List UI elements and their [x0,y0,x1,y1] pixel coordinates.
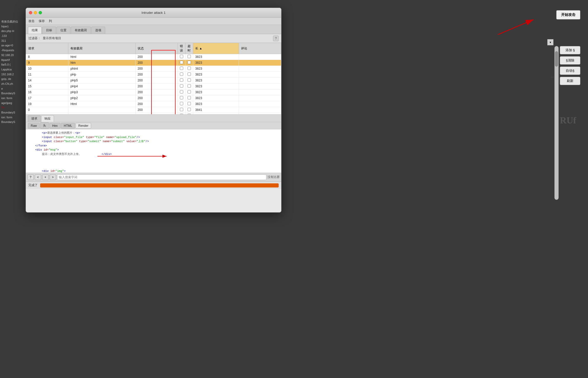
cell-payload: pHp4 [68,83,135,89]
table-row[interactable]: 16 pHp3 200 3823 [26,89,281,95]
cell-status: 200 [135,89,178,95]
cell-comment [239,113,281,115]
refresh-button[interactable]: 刷新 [560,77,580,85]
close-button[interactable] [29,11,32,14]
cell-id: 19 [26,101,68,107]
cell-timeout[interactable] [186,72,193,78]
subtab-request[interactable]: 请求 [28,115,41,122]
col-length[interactable]: 长 ▲ [193,43,239,54]
resp-tab-html[interactable]: HTML [61,123,75,129]
col-payload[interactable]: 有效载荷 [68,43,135,54]
tab-target[interactable]: 目标 [42,27,56,34]
tab-options[interactable]: 选项 [91,27,105,34]
cell-timeout[interactable] [186,113,193,115]
table-row[interactable]: 8 html 200 3823 [26,54,281,60]
table-row[interactable]: 11 pHp 200 3823 [26,72,281,78]
table-row[interactable]: 0 200 3841 [26,107,281,113]
cell-timeout[interactable] [186,66,193,72]
col-status[interactable]: 状态 [135,43,178,54]
cell-error[interactable] [178,60,186,66]
cell-timeout[interactable] [186,83,193,89]
resp-tab-hex[interactable]: Hex [49,123,60,129]
table-row[interactable]: 10 phtml 200 3823 [26,66,281,72]
search-help-btn[interactable]: ? [27,174,34,180]
cell-error[interactable] [178,54,186,60]
menu-attack[interactable]: 攻击 [28,19,35,23]
cell-comment [239,95,281,101]
resp-tabs-bar: Raw 头 Hex HTML Render [26,122,281,129]
cell-error[interactable] [178,101,186,107]
col-request[interactable]: 请求 [26,43,68,54]
cell-status: 200 [135,78,178,83]
search-add-btn[interactable]: + [42,174,49,180]
tab-payload[interactable]: 有效载荷 [71,27,91,34]
cell-length: 3823 [193,78,239,83]
cell-status: 200 [135,72,178,78]
cell-id: 14 [26,78,68,83]
cell-timeout[interactable] [186,78,193,83]
bg-text: 有效负载的位 hiper) dex.php H .133 311 ax-age=… [1,19,18,124]
search-input[interactable] [57,174,266,180]
cell-error[interactable] [178,78,186,83]
cell-timeout[interactable] [186,107,193,113]
no-match-label: 没有比赛 [267,175,280,179]
cell-payload: pHp [68,72,135,78]
cell-status: 200 [135,83,178,89]
cell-payload: pHp2 [68,95,135,101]
resp-tab-head[interactable]: 头 [40,122,49,129]
code-line-1: <p>请选择要上传的图片：<p> [28,131,279,135]
table-row[interactable]: 15 pHp4 200 3823 [26,83,281,89]
col-timeout[interactable]: 超时 [186,43,193,54]
cell-id: 0 [26,107,68,113]
progress-fill [40,183,279,187]
cell-error[interactable] [178,72,186,78]
dropdown-arrow[interactable]: ▼ [547,39,553,45]
table-row[interactable]: 12 Php 200 3841 [26,113,281,115]
table-row[interactable]: 14 pHp5 200 3823 [26,78,281,83]
add-section-button[interactable]: 添加 § [560,46,580,54]
col-error[interactable]: 错误 [178,43,186,54]
minimize-button[interactable] [34,11,37,14]
start-attack-button[interactable]: 开始攻击 [556,10,580,19]
window-title: Intruder attack 1 [141,11,166,15]
table-row[interactable]: 17 pHp2 200 3823 [26,95,281,101]
arrow-annotation [486,14,537,35]
clear-section-button[interactable]: §清除 [560,56,580,65]
ruf-text: RUf [560,115,576,126]
cell-id: 16 [26,89,68,95]
auto-section-button[interactable]: 自动§ [560,67,580,75]
cell-length: 3823 [193,101,239,107]
cell-error[interactable] [178,107,186,113]
cell-comment [239,60,281,66]
cell-length: 3823 [193,89,239,95]
maximize-button[interactable] [39,11,42,14]
search-next-btn[interactable]: > [50,174,56,180]
title-bar: Intruder attack 1 [26,8,281,18]
subtab-response[interactable]: 响应 [41,115,54,122]
cell-timeout[interactable] [186,89,193,95]
tab-results[interactable]: 结果 [28,27,42,34]
help-button[interactable]: ? [273,36,279,41]
table-row[interactable]: 19 Html 200 3823 [26,101,281,107]
cell-timeout[interactable] [186,54,193,60]
search-prev-btn[interactable]: < [35,174,41,180]
resp-tab-raw[interactable]: Raw [28,123,40,129]
col-comment[interactable]: 评论 [239,43,281,54]
cell-error[interactable] [178,113,186,115]
cell-payload: html [68,54,135,60]
table-row[interactable]: 9 htm 200 3823 [26,60,281,66]
main-scrollbar[interactable] [554,46,559,200]
cell-timeout[interactable] [186,60,193,66]
tab-position[interactable]: 位置 [57,27,70,34]
menu-save[interactable]: 保存 [39,19,45,23]
cell-error[interactable] [178,83,186,89]
cell-error[interactable] [178,66,186,72]
scroll-thumb[interactable] [555,51,558,67]
cell-error[interactable] [178,89,186,95]
cell-timeout[interactable] [186,101,193,107]
menu-column[interactable]: 列 [49,19,52,23]
cell-timeout[interactable] [186,95,193,101]
cell-error[interactable] [178,95,186,101]
progress-label: 完成了 [28,183,38,187]
resp-tab-render[interactable]: Render [75,123,91,129]
